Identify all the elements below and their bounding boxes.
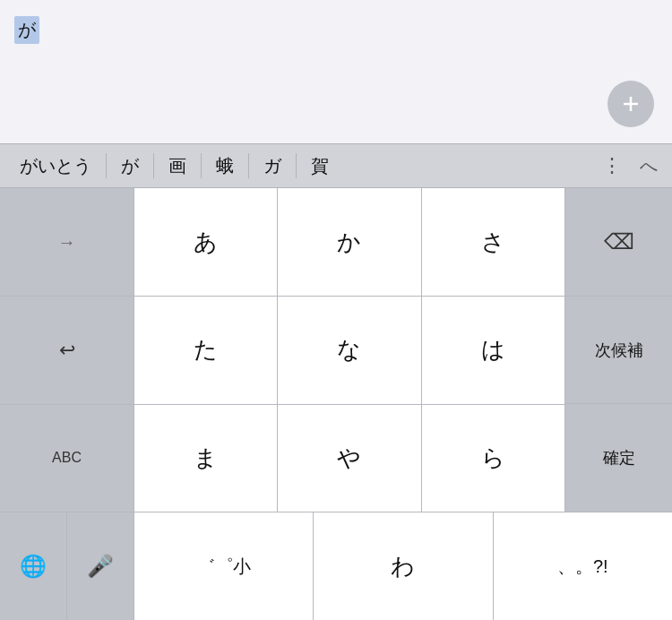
key-globe[interactable]: 🌐 [0, 512, 67, 620]
selected-text: が [14, 16, 39, 44]
key-ka[interactable]: か [278, 188, 421, 296]
suggestion-separator-0 [106, 153, 107, 178]
globe-icon: 🌐 [20, 554, 47, 579]
rows-2-3-left: ↩ ABC [0, 297, 134, 512]
suggestion-separator-2 [201, 153, 202, 178]
undo-icon: ↩ [59, 339, 75, 362]
suggestion-actions: ⋮ へ [595, 151, 665, 182]
key-ta[interactable]: た [134, 297, 278, 404]
key-backspace[interactable]: ⌫ [564, 188, 672, 296]
key-sa[interactable]: さ [422, 188, 564, 296]
key-mic[interactable]: 🎤 [67, 512, 134, 620]
key-next-candidate[interactable]: 次候補 [565, 297, 672, 404]
key-ya[interactable]: や [278, 405, 421, 512]
suggestion-collapse-button[interactable]: へ [633, 151, 665, 182]
key-small[interactable]: ゛゜小 [134, 512, 314, 620]
top-area: が [0, 0, 672, 143]
key-ra[interactable]: ら [422, 405, 564, 512]
key-arrow[interactable]: → [0, 188, 134, 296]
plus-button[interactable] [607, 81, 654, 127]
row3-mains: ま や ら [134, 405, 564, 512]
suggestion-separator-4 [296, 153, 297, 178]
suggestion-item-5[interactable]: 賀 [298, 149, 341, 184]
suggestion-item-4[interactable]: ガ [251, 149, 294, 184]
abc-label: ABC [52, 450, 82, 466]
suggestion-item-0[interactable]: がいとう [7, 149, 104, 184]
suggestion-separator-1 [153, 153, 154, 178]
arrow-icon: → [58, 232, 76, 253]
suggestion-item-3[interactable]: 蛾 [203, 149, 246, 184]
suggestion-separator-3 [248, 153, 249, 178]
key-ma[interactable]: ま [134, 405, 278, 512]
keyboard-row-4: 🌐 🎤 ゛゜小 わ 、。?! [0, 512, 672, 620]
row2-mains: た な は [134, 297, 564, 405]
suggestion-more-button[interactable]: ⋮ [595, 151, 629, 181]
key-ha[interactable]: は [422, 297, 564, 404]
suggestion-item-1[interactable]: が [108, 149, 151, 184]
rows-2-3-middle: た な は ま や ら [134, 297, 564, 512]
key-confirm[interactable]: 確定 [565, 404, 672, 512]
keyboard-rows-2-3: ↩ ABC た な は ま や ら 次候補 確定 [0, 297, 672, 512]
key-undo[interactable]: ↩ [0, 297, 134, 405]
key-na[interactable]: な [278, 297, 421, 404]
key-abc[interactable]: ABC [0, 405, 134, 512]
keyboard: → あ か さ ⌫ ↩ ABC た な [0, 188, 672, 620]
right-col: 次候補 確定 [564, 297, 672, 512]
keyboard-row-1: → あ か さ ⌫ [0, 188, 672, 297]
mic-icon: 🎤 [87, 554, 114, 579]
key-wa[interactable]: わ [314, 512, 493, 620]
suggestion-bar: がいとう が 画 蛾 ガ 賀 ⋮ へ [0, 143, 672, 188]
row1-mains: あ か さ [134, 188, 564, 296]
key-a[interactable]: あ [134, 188, 278, 296]
suggestion-item-2[interactable]: 画 [156, 149, 199, 184]
backspace-icon: ⌫ [604, 229, 634, 254]
key-punctuation[interactable]: 、。?! [494, 512, 672, 620]
